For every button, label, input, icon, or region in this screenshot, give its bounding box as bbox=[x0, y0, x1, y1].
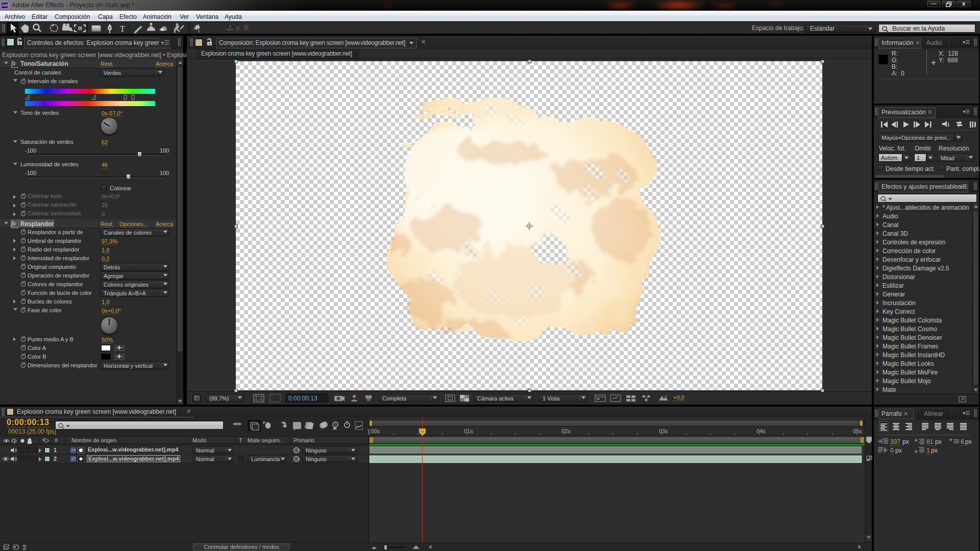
svg-text:T: T bbox=[120, 24, 126, 34]
